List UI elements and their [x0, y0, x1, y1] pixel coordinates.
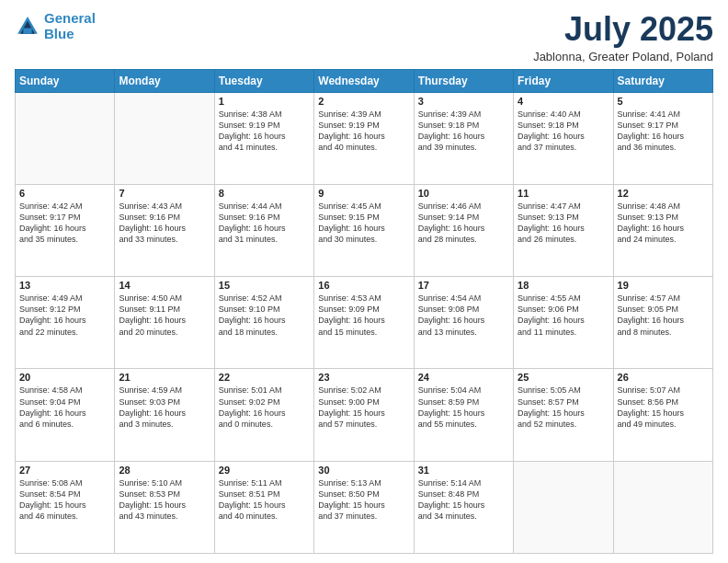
calendar-cell: 29Sunrise: 5:11 AM Sunset: 8:51 PM Dayli… — [214, 461, 313, 553]
day-info: Sunrise: 5:14 AM Sunset: 8:48 PM Dayligh… — [418, 477, 509, 523]
calendar-header-row: SundayMondayTuesdayWednesdayThursdayFrid… — [16, 69, 713, 92]
calendar-cell: 27Sunrise: 5:08 AM Sunset: 8:54 PM Dayli… — [16, 461, 115, 553]
calendar-week-1: 1Sunrise: 4:38 AM Sunset: 9:19 PM Daylig… — [16, 92, 713, 184]
calendar-cell: 23Sunrise: 5:02 AM Sunset: 9:00 PM Dayli… — [314, 369, 414, 461]
day-number: 18 — [518, 280, 609, 291]
day-number: 31 — [418, 465, 509, 476]
day-info: Sunrise: 4:43 AM Sunset: 9:16 PM Dayligh… — [119, 201, 210, 246]
day-info: Sunrise: 4:52 AM Sunset: 9:10 PM Dayligh… — [219, 293, 310, 338]
day-number: 26 — [618, 372, 709, 383]
title-block: July 2025 Jablonna, Greater Poland, Pola… — [533, 11, 713, 63]
calendar-cell: 31Sunrise: 5:14 AM Sunset: 8:48 PM Dayli… — [414, 461, 513, 553]
day-info: Sunrise: 5:13 AM Sunset: 8:50 PM Dayligh… — [318, 477, 409, 523]
calendar-cell: 14Sunrise: 4:50 AM Sunset: 9:11 PM Dayli… — [115, 277, 214, 369]
day-number: 1 — [219, 96, 310, 107]
day-number: 21 — [119, 372, 210, 383]
calendar-header-wednesday: Wednesday — [314, 69, 414, 92]
day-number: 30 — [318, 465, 409, 476]
logo-text: General Blue — [44, 11, 96, 41]
calendar-cell: 12Sunrise: 4:48 AM Sunset: 9:13 PM Dayli… — [613, 184, 712, 276]
logo-line1: General — [44, 10, 96, 26]
calendar-cell — [16, 92, 115, 184]
header: General Blue July 2025 Jablonna, Greater… — [15, 11, 713, 63]
calendar-cell: 16Sunrise: 4:53 AM Sunset: 9:09 PM Dayli… — [314, 277, 414, 369]
day-info: Sunrise: 4:57 AM Sunset: 9:05 PM Dayligh… — [618, 293, 709, 338]
day-info: Sunrise: 5:05 AM Sunset: 8:57 PM Dayligh… — [518, 385, 609, 430]
calendar-cell: 28Sunrise: 5:10 AM Sunset: 8:53 PM Dayli… — [115, 461, 214, 553]
day-number: 4 — [518, 96, 609, 107]
day-number: 19 — [618, 280, 709, 291]
day-number: 7 — [119, 188, 210, 199]
subtitle: Jablonna, Greater Poland, Poland — [533, 50, 713, 63]
calendar-header-tuesday: Tuesday — [214, 69, 313, 92]
day-number: 14 — [119, 280, 210, 291]
calendar-cell: 1Sunrise: 4:38 AM Sunset: 9:19 PM Daylig… — [214, 92, 313, 184]
day-number: 5 — [618, 96, 709, 107]
calendar-week-4: 20Sunrise: 4:58 AM Sunset: 9:04 PM Dayli… — [16, 369, 713, 461]
calendar-cell: 9Sunrise: 4:45 AM Sunset: 9:15 PM Daylig… — [314, 184, 414, 276]
calendar-week-5: 27Sunrise: 5:08 AM Sunset: 8:54 PM Dayli… — [16, 461, 713, 553]
day-number: 6 — [19, 188, 110, 199]
day-number: 9 — [318, 188, 409, 199]
calendar-header-thursday: Thursday — [414, 69, 513, 92]
day-info: Sunrise: 4:42 AM Sunset: 9:17 PM Dayligh… — [19, 201, 110, 246]
day-info: Sunrise: 5:04 AM Sunset: 8:59 PM Dayligh… — [418, 385, 509, 430]
calendar-cell: 30Sunrise: 5:13 AM Sunset: 8:50 PM Dayli… — [314, 461, 414, 553]
page: General Blue July 2025 Jablonna, Greater… — [0, 0, 728, 563]
calendar-cell: 3Sunrise: 4:39 AM Sunset: 9:18 PM Daylig… — [414, 92, 513, 184]
day-number: 3 — [418, 96, 509, 107]
day-number: 20 — [19, 372, 110, 383]
day-number: 22 — [219, 372, 310, 383]
day-info: Sunrise: 5:07 AM Sunset: 8:56 PM Dayligh… — [618, 385, 709, 430]
calendar-cell: 19Sunrise: 4:57 AM Sunset: 9:05 PM Dayli… — [613, 277, 712, 369]
day-info: Sunrise: 4:50 AM Sunset: 9:11 PM Dayligh… — [119, 293, 210, 338]
logo: General Blue — [15, 11, 96, 41]
day-number: 15 — [219, 280, 310, 291]
calendar-table: SundayMondayTuesdayWednesdayThursdayFrid… — [15, 69, 713, 554]
svg-rect-2 — [23, 28, 31, 33]
calendar-header-sunday: Sunday — [16, 69, 115, 92]
calendar-week-2: 6Sunrise: 4:42 AM Sunset: 9:17 PM Daylig… — [16, 184, 713, 276]
calendar-header-monday: Monday — [115, 69, 214, 92]
day-number: 13 — [19, 280, 110, 291]
day-info: Sunrise: 4:48 AM Sunset: 9:13 PM Dayligh… — [618, 201, 709, 246]
calendar-cell: 6Sunrise: 4:42 AM Sunset: 9:17 PM Daylig… — [16, 184, 115, 276]
main-title: July 2025 — [533, 11, 713, 48]
day-info: Sunrise: 4:39 AM Sunset: 9:19 PM Dayligh… — [318, 109, 409, 154]
day-number: 11 — [518, 188, 609, 199]
day-info: Sunrise: 4:47 AM Sunset: 9:13 PM Dayligh… — [518, 201, 609, 246]
day-info: Sunrise: 5:02 AM Sunset: 9:00 PM Dayligh… — [318, 385, 409, 430]
day-number: 25 — [518, 372, 609, 383]
day-info: Sunrise: 4:46 AM Sunset: 9:14 PM Dayligh… — [418, 201, 509, 246]
day-info: Sunrise: 4:59 AM Sunset: 9:03 PM Dayligh… — [119, 385, 210, 430]
calendar-header-friday: Friday — [514, 69, 613, 92]
calendar-cell: 7Sunrise: 4:43 AM Sunset: 9:16 PM Daylig… — [115, 184, 214, 276]
calendar-cell — [613, 461, 712, 553]
day-info: Sunrise: 5:11 AM Sunset: 8:51 PM Dayligh… — [219, 477, 310, 523]
calendar-header-saturday: Saturday — [613, 69, 712, 92]
calendar-cell — [115, 92, 214, 184]
calendar-cell: 2Sunrise: 4:39 AM Sunset: 9:19 PM Daylig… — [314, 92, 414, 184]
calendar-cell: 18Sunrise: 4:55 AM Sunset: 9:06 PM Dayli… — [514, 277, 613, 369]
calendar-cell: 4Sunrise: 4:40 AM Sunset: 9:18 PM Daylig… — [514, 92, 613, 184]
calendar-cell: 22Sunrise: 5:01 AM Sunset: 9:02 PM Dayli… — [214, 369, 313, 461]
day-info: Sunrise: 4:58 AM Sunset: 9:04 PM Dayligh… — [19, 385, 110, 430]
day-info: Sunrise: 4:44 AM Sunset: 9:16 PM Dayligh… — [219, 201, 310, 246]
calendar-cell: 8Sunrise: 4:44 AM Sunset: 9:16 PM Daylig… — [214, 184, 313, 276]
logo-line2: Blue — [44, 26, 74, 41]
day-info: Sunrise: 4:53 AM Sunset: 9:09 PM Dayligh… — [318, 293, 409, 338]
day-number: 28 — [119, 465, 210, 476]
calendar-cell: 10Sunrise: 4:46 AM Sunset: 9:14 PM Dayli… — [414, 184, 513, 276]
day-number: 12 — [618, 188, 709, 199]
day-info: Sunrise: 4:55 AM Sunset: 9:06 PM Dayligh… — [518, 293, 609, 338]
day-number: 8 — [219, 188, 310, 199]
calendar-cell: 13Sunrise: 4:49 AM Sunset: 9:12 PM Dayli… — [16, 277, 115, 369]
calendar-cell — [514, 461, 613, 553]
calendar-cell: 26Sunrise: 5:07 AM Sunset: 8:56 PM Dayli… — [613, 369, 712, 461]
logo-icon — [15, 14, 40, 40]
calendar-cell: 15Sunrise: 4:52 AM Sunset: 9:10 PM Dayli… — [214, 277, 313, 369]
calendar-week-3: 13Sunrise: 4:49 AM Sunset: 9:12 PM Dayli… — [16, 277, 713, 369]
day-info: Sunrise: 5:01 AM Sunset: 9:02 PM Dayligh… — [219, 385, 310, 430]
day-info: Sunrise: 5:10 AM Sunset: 8:53 PM Dayligh… — [119, 477, 210, 523]
day-number: 27 — [19, 465, 110, 476]
